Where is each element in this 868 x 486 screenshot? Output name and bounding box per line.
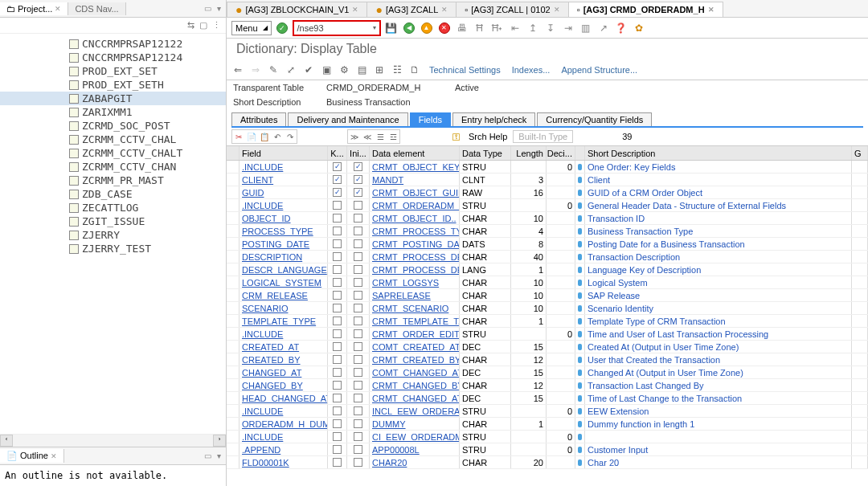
tree-item[interactable]: ZJERRY — [0, 228, 226, 242]
field-link[interactable]: OBJECT_ID — [242, 214, 291, 223]
key-checkbox[interactable]: ✓ — [333, 175, 342, 184]
dataelement-link[interactable]: CRMT_ORDERADM_H.. — [372, 201, 460, 210]
view-menu-icon[interactable]: ▭ ▾ — [201, 4, 226, 13]
init-checkbox[interactable] — [354, 227, 362, 235]
search-help-label[interactable]: Srch Help — [469, 132, 507, 141]
menu-dropdown[interactable]: Menu ◢ — [231, 21, 272, 35]
display-change-icon[interactable]: ✎ — [267, 63, 280, 76]
table-row[interactable]: ORDERADM_H_DUMMYDUMMYCHAR1Dummy function… — [227, 418, 868, 431]
init-checkbox[interactable] — [354, 406, 362, 415]
col-decimals[interactable]: Deci... — [547, 146, 575, 160]
col-group[interactable]: G — [852, 146, 868, 160]
nav-fwd-icon[interactable]: ⇒ — [249, 63, 262, 76]
dataelement-link[interactable]: CRMT_OBJECT_KEY — [372, 162, 460, 172]
insert-row-icon[interactable]: ☰ — [374, 130, 387, 143]
fields-grid[interactable]: Field K... Ini... Data element Data Type… — [227, 145, 868, 486]
grid-nav-group[interactable]: ≫ ≪ ☰ ☲ — [347, 129, 400, 144]
init-checkbox[interactable] — [354, 394, 362, 402]
tree-item[interactable]: ZECATTLOG — [0, 201, 226, 214]
field-link[interactable]: CRM_RELEASE — [242, 291, 308, 300]
field-link[interactable]: PROCESS_TYPE — [242, 227, 313, 236]
table-row[interactable]: HEAD_CHANGED_ATCRMT_CHANGED_AT..DEC15Tim… — [227, 392, 868, 405]
dataelement-link[interactable]: MANDT — [372, 175, 403, 185]
init-checkbox[interactable] — [354, 214, 362, 223]
dataelement-link[interactable]: CRMT_POSTING_DA.. — [372, 239, 460, 249]
init-checkbox[interactable] — [354, 291, 362, 300]
init-checkbox[interactable] — [354, 342, 362, 351]
append-structure-button[interactable]: Append Structure... — [558, 65, 641, 75]
outline-menu-icon[interactable]: ▭ ▾ — [201, 451, 226, 460]
delete-row-icon[interactable]: ☲ — [387, 130, 399, 143]
field-link[interactable]: TEMPLATE_TYPE — [242, 317, 316, 326]
settings-icon[interactable]: ✿ — [632, 21, 646, 35]
dataelement-link[interactable]: CRMT_OBJECT_GUID — [372, 188, 460, 198]
key-checkbox[interactable] — [333, 201, 342, 210]
table-row[interactable]: CLIENT✓✓MANDTCLNT3Client — [227, 174, 868, 186]
key-checkbox[interactable] — [333, 355, 342, 364]
col-init[interactable]: Ini... — [347, 146, 370, 160]
ok-icon[interactable]: ✓ — [275, 21, 289, 35]
key-checkbox[interactable] — [333, 445, 342, 454]
table-row[interactable]: .INCLUDE✓✓CRMT_OBJECT_KEYSTRU0One Order:… — [227, 161, 868, 174]
tree-item[interactable]: ZCRMD_SOC_POST — [0, 119, 226, 133]
dataelement-link[interactable]: CRMT_ORDER_EDIT.. — [372, 329, 460, 339]
dataelement-link[interactable]: CRMT_PROCESS_TY.. — [372, 227, 460, 236]
dictionary-tabs[interactable]: AttributesDelivery and MaintenanceFields… — [231, 112, 863, 128]
col-key[interactable]: K... — [328, 146, 347, 160]
field-link[interactable]: .INCLUDE — [242, 201, 283, 210]
table-row[interactable]: CREATED_ATCOMT_CREATED_AT..DEC15Created … — [227, 341, 868, 353]
table-row[interactable]: .APPENDAPP00008LSTRU0Customer Input — [227, 443, 868, 456]
key-checkbox[interactable] — [333, 419, 342, 428]
close-icon[interactable]: ✕ — [708, 6, 714, 14]
field-link[interactable]: LOGICAL_SYSTEM — [242, 278, 321, 288]
editor-tab[interactable]: ▫ [AG3] CRMD_ORDERADM_H ✕ — [568, 2, 723, 17]
tree-item[interactable]: CNCCRMPRSAP12122 — [0, 37, 226, 51]
next-page-icon[interactable]: ↧ — [543, 21, 558, 35]
tree-item[interactable]: ZCRMM_CCTV_CHAL — [0, 133, 226, 146]
key-checkbox[interactable] — [333, 368, 342, 377]
field-link[interactable]: CHANGED_AT — [242, 368, 301, 378]
tree-item[interactable]: ZCRMM_CCTV_CHAN — [0, 160, 226, 174]
dict-tab[interactable]: Entry help/check — [452, 112, 535, 126]
dataelement-link[interactable]: CRMT_PROCESS_DE.. — [372, 265, 460, 275]
field-link[interactable]: POSTING_DATE — [242, 239, 309, 249]
graphic-icon[interactable]: ⊞ — [373, 63, 386, 76]
key-checkbox[interactable] — [333, 394, 342, 402]
dict-tab[interactable]: Delivery and Maintenance — [288, 112, 407, 126]
field-link[interactable]: .INCLUDE — [242, 329, 283, 339]
field-link[interactable]: GUID — [242, 188, 264, 198]
field-link[interactable]: .INCLUDE — [242, 406, 283, 416]
init-checkbox[interactable] — [354, 432, 362, 441]
close-icon[interactable]: ✕ — [352, 6, 358, 14]
new-session-icon[interactable]: ▥ — [579, 21, 593, 35]
field-link[interactable]: .INCLUDE — [242, 432, 283, 442]
table-row[interactable]: LOGICAL_SYSTEMCRMT_LOGSYSCHAR10Logical S… — [227, 276, 868, 289]
tab-cds-navigator[interactable]: CDS Nav... — [68, 2, 125, 15]
table-row[interactable]: .INCLUDECI_EEW_ORDERADM..STRU0 — [227, 431, 868, 443]
close-icon[interactable]: ✕ — [554, 6, 560, 14]
init-checkbox[interactable]: ✓ — [354, 188, 362, 197]
dataelement-link[interactable]: COMT_CREATED_AT.. — [372, 342, 460, 352]
command-field[interactable]: /nse93▾ — [293, 20, 381, 36]
contents-icon[interactable]: ▤ — [355, 63, 368, 76]
field-link[interactable]: CLIENT — [242, 175, 273, 185]
dataelement-link[interactable]: CI_EEW_ORDERADM.. — [372, 432, 460, 442]
tree-item[interactable]: ZABAPGIT — [0, 92, 226, 105]
exit-icon[interactable]: ▲ — [420, 21, 434, 35]
table-row[interactable]: DESCR_LANGUAGECRMT_PROCESS_DE..LANG1Lang… — [227, 263, 868, 276]
table-row[interactable]: FLD00001KCHAR20CHAR20Char 20 — [227, 456, 868, 469]
dataelement-link[interactable]: APP00008L — [372, 445, 420, 455]
init-checkbox[interactable] — [354, 317, 362, 325]
save-icon[interactable]: 💾 — [384, 21, 399, 35]
shortcut-icon[interactable]: ↗ — [596, 21, 611, 35]
first-page-icon[interactable]: ⇤ — [508, 21, 522, 35]
project-tree[interactable]: CNCCRMPRSAP12122CNCCRMPRSAP12124PROD_EXT… — [0, 34, 226, 434]
key-checkbox[interactable] — [333, 329, 342, 338]
other-object-icon[interactable]: ⤢ — [285, 63, 297, 76]
print-icon[interactable]: 🖶 — [455, 21, 469, 35]
dict-tab[interactable]: Currency/Quantity Fields — [537, 112, 652, 126]
init-checkbox[interactable] — [354, 329, 362, 338]
table-row[interactable]: DESCRIPTIONCRMT_PROCESS_DE..CHAR40Transa… — [227, 251, 868, 263]
indexes-button[interactable]: Indexes... — [509, 65, 554, 75]
find-next-icon[interactable]: Ħ˖ — [490, 21, 505, 35]
